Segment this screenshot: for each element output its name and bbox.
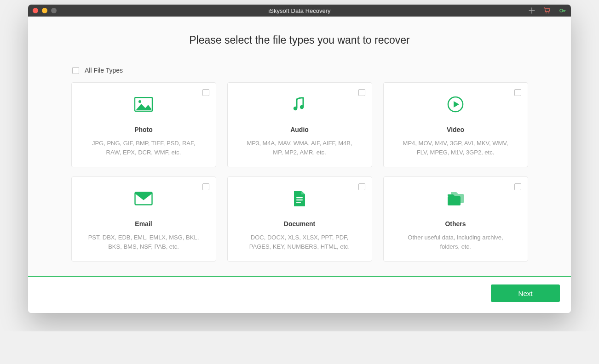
card-video[interactable]: Video MP4, MOV, M4V, 3GP, AVI, MKV, WMV,… xyxy=(383,82,528,167)
card-email-checkbox[interactable] xyxy=(202,183,209,190)
card-others-title: Others xyxy=(445,220,466,228)
card-photo-checkbox[interactable] xyxy=(202,89,209,96)
card-audio-title: Audio xyxy=(290,126,309,133)
all-file-types-row[interactable]: All File Types xyxy=(28,67,571,82)
card-video-checkbox[interactable] xyxy=(514,89,521,96)
maximize-window-button[interactable] xyxy=(51,8,57,13)
email-icon xyxy=(134,188,153,209)
audio-icon xyxy=(291,94,308,115)
svg-rect-10 xyxy=(296,199,303,200)
svg-rect-9 xyxy=(296,197,303,198)
card-video-title: Video xyxy=(447,126,464,133)
svg-point-4 xyxy=(138,100,141,103)
svg-point-5 xyxy=(294,107,297,110)
card-audio-checkbox[interactable] xyxy=(358,89,365,96)
card-document-title: Document xyxy=(284,220,315,228)
document-icon xyxy=(292,188,307,209)
card-email-title: Email xyxy=(135,220,152,228)
key-icon[interactable] xyxy=(559,7,566,14)
all-file-types-label: All File Types xyxy=(85,67,123,74)
card-others-checkbox[interactable] xyxy=(514,183,521,190)
svg-point-1 xyxy=(548,12,549,13)
svg-point-2 xyxy=(560,9,563,12)
window-title: iSkysoft Data Recovery xyxy=(28,7,571,14)
card-document-desc: DOC, DOCX, XLS, XLSX, PPT, PDF, PAGES, K… xyxy=(240,233,360,251)
main-content: Please select the file types you want to… xyxy=(28,17,571,313)
file-type-grid: Photo JPG, PNG, GIF, BMP, TIFF, PSD, RAF… xyxy=(28,82,571,276)
page-title: Please select the file types you want to… xyxy=(28,17,571,67)
plus-icon[interactable] xyxy=(529,7,535,14)
all-file-types-checkbox[interactable] xyxy=(72,67,79,74)
card-email-desc: PST, DBX, EDB, EML, EMLX, MSG, BKL, BKS,… xyxy=(84,233,204,251)
svg-point-0 xyxy=(546,12,547,13)
close-window-button[interactable] xyxy=(33,8,38,13)
others-icon xyxy=(446,188,465,209)
titlebar-tools xyxy=(529,7,566,14)
svg-point-6 xyxy=(300,105,304,109)
footer-divider xyxy=(28,276,571,277)
card-document[interactable]: Document DOC, DOCX, XLS, XLSX, PPT, PDF,… xyxy=(227,176,372,262)
card-audio[interactable]: Audio MP3, M4A, MAV, WMA, AIF, AIFF, M4B… xyxy=(227,82,372,167)
svg-rect-11 xyxy=(296,202,301,203)
video-icon xyxy=(447,94,464,115)
card-video-desc: MP4, MOV, M4V, 3GP, AVI, MKV, WMV, FLV, … xyxy=(396,139,516,157)
next-button[interactable]: Next xyxy=(491,284,560,302)
card-audio-desc: MP3, M4A, MAV, WMA, AIF, AIFF, M4B, MP, … xyxy=(240,139,360,157)
card-photo[interactable]: Photo JPG, PNG, GIF, BMP, TIFF, PSD, RAF… xyxy=(71,82,216,167)
svg-rect-13 xyxy=(448,196,461,205)
card-email[interactable]: Email PST, DBX, EDB, EML, EMLX, MSG, BKL… xyxy=(71,176,216,262)
photo-icon xyxy=(134,94,153,115)
minimize-window-button[interactable] xyxy=(42,8,47,13)
card-others-desc: Other useful data, including archive, fo… xyxy=(396,233,516,251)
card-others[interactable]: Others Other useful data, including arch… xyxy=(383,176,528,262)
card-photo-title: Photo xyxy=(134,126,153,133)
card-document-checkbox[interactable] xyxy=(358,183,365,190)
window-controls xyxy=(33,8,57,13)
footer: Next xyxy=(28,277,571,313)
titlebar: iSkysoft Data Recovery xyxy=(28,5,571,17)
cart-icon[interactable] xyxy=(543,7,551,14)
app-window: iSkysoft Data Recovery Please select the… xyxy=(28,5,571,313)
card-photo-desc: JPG, PNG, GIF, BMP, TIFF, PSD, RAF, RAW,… xyxy=(84,139,204,157)
